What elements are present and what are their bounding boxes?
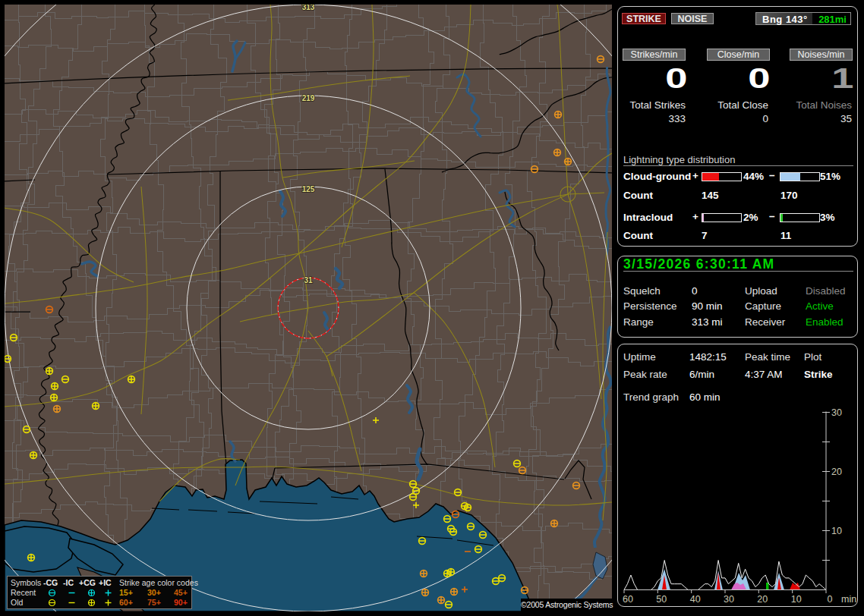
svg-text:20: 20 [831, 467, 842, 477]
svg-text:50: 50 [656, 594, 667, 605]
svg-text:30: 30 [831, 407, 842, 418]
svg-text:40: 40 [690, 594, 701, 605]
svg-text:0: 0 [828, 594, 833, 605]
svg-text:20: 20 [757, 594, 768, 605]
svg-text:313: 313 [302, 5, 315, 11]
svg-text:10: 10 [831, 526, 842, 536]
svg-text:60: 60 [623, 594, 633, 605]
svg-text:219: 219 [302, 94, 315, 102]
svg-text:min: min [841, 594, 856, 605]
svg-text:31: 31 [304, 276, 313, 284]
svg-text:10: 10 [791, 594, 802, 605]
svg-text:30: 30 [724, 594, 734, 605]
svg-text:125: 125 [302, 185, 315, 193]
